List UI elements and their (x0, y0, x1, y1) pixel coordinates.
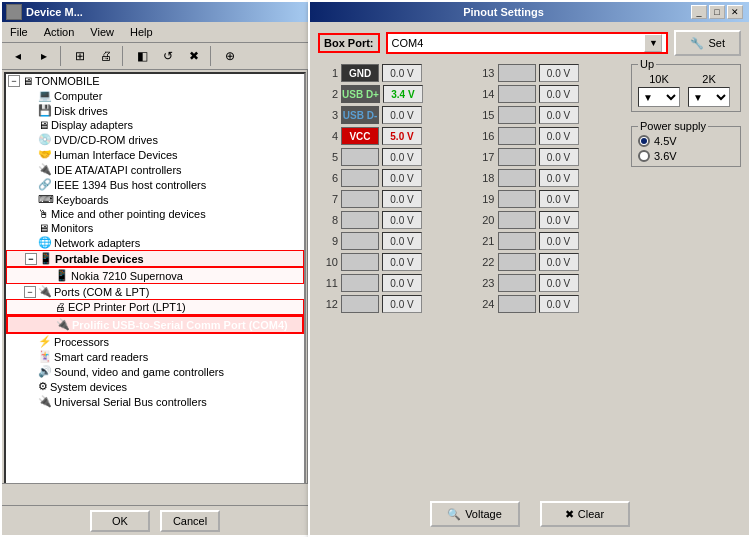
tree-item-tonmobile[interactable]: −🖥TONMOBILE (6, 74, 304, 88)
pin-row-24: 24 0.0 V (475, 295, 626, 313)
radio-4-5v-label: 4.5V (654, 135, 677, 147)
clear-icon: ✖ (565, 508, 574, 521)
tree-item-nokia7210[interactable]: 📱Nokia 7210 Supernova (6, 267, 304, 284)
menu-action[interactable]: Action (36, 24, 83, 40)
pin-label-18 (498, 169, 536, 187)
expand-tonmobile[interactable]: − (8, 75, 20, 87)
tree-label-tonmobile: TONMOBILE (35, 75, 100, 87)
up-group-title: Up (638, 58, 656, 70)
pin-num-10: 10 (318, 256, 338, 268)
pin-row-21: 21 0.0 V (475, 232, 626, 250)
box-port-label: Box Port: (318, 33, 380, 53)
tb-back[interactable]: ◂ (6, 45, 30, 67)
tb-uninstall[interactable]: ✖ (182, 45, 206, 67)
voltage-button[interactable]: 🔍 Voltage (430, 501, 520, 527)
tb-scan[interactable]: ⊕ (218, 45, 242, 67)
radio-3-6v-btn[interactable] (638, 150, 650, 162)
radio-4-5v: 4.5V (638, 135, 734, 147)
tree-item-smartcard[interactable]: 🃏Smart card readers (6, 349, 304, 364)
pin-label-4: VCC (341, 127, 379, 145)
tree-item-ieee1394[interactable]: 🔗IEEE 1394 Bus host controllers (6, 177, 304, 192)
tree-item-keyboards[interactable]: ⌨Keyboards (6, 192, 304, 207)
dialog-bottom: 🔍 Voltage ✖ Clear (318, 493, 741, 527)
close-button[interactable]: ✕ (727, 5, 743, 19)
pin-num-12: 12 (318, 298, 338, 310)
tree-item-networkadapters[interactable]: 🌐Network adapters (6, 235, 304, 250)
tree-item-sound[interactable]: 🔊Sound, video and game controllers (6, 364, 304, 379)
pin-label-3: USB D- (341, 106, 379, 124)
tb-view1[interactable]: ⊞ (68, 45, 92, 67)
device-tree[interactable]: −🖥TONMOBILE💻Computer💾Disk drives🖥Display… (4, 72, 306, 515)
tree-item-ideata[interactable]: 🔌IDE ATA/ATAPI controllers (6, 162, 304, 177)
pin-value-11: 0.0 V (382, 274, 422, 292)
tree-item-usb[interactable]: 🔌Universal Serial Bus controllers (6, 394, 304, 409)
tree-item-systemdevices[interactable]: ⚙System devices (6, 379, 304, 394)
tree-label-processors: Processors (54, 336, 109, 348)
voltage-label: Voltage (465, 508, 502, 520)
maximize-button[interactable]: □ (709, 5, 725, 19)
tree-label-networkadapters: Network adapters (54, 237, 140, 249)
pin-num-20: 20 (475, 214, 495, 226)
pin-label-1: GND (341, 64, 379, 82)
pin-num-9: 9 (318, 235, 338, 247)
combo-arrow[interactable]: ▼ (644, 34, 662, 52)
device-manager-titlebar: Device M... (2, 2, 308, 22)
pin-label-13 (498, 64, 536, 82)
cancel-button[interactable]: Cancel (160, 510, 220, 532)
tree-item-portabledevices[interactable]: −📱Portable Devices (6, 250, 304, 267)
up-row: 10K ▼ 2K ▼ (638, 73, 734, 107)
toolbar: ◂ ▸ ⊞ 🖨 ◧ ↺ ✖ ⊕ (2, 43, 308, 70)
tree-item-computer[interactable]: 💻Computer (6, 88, 304, 103)
pin-row-9: 9 0.0 V (318, 232, 469, 250)
tree-label-ideata: IDE ATA/ATAPI controllers (54, 164, 182, 176)
pin-value-5: 0.0 V (382, 148, 422, 166)
tree-label-mice: Mice and other pointing devices (51, 208, 206, 220)
expand-portabledevices[interactable]: − (25, 253, 37, 265)
tree-label-ecpprinter: ECP Printer Port (LPT1) (68, 301, 186, 313)
dialog-buttons: OK Cancel (2, 505, 308, 535)
pin-value-2: 3.4 V (383, 85, 423, 103)
tree-item-mice[interactable]: 🖱Mice and other pointing devices (6, 207, 304, 221)
tb-print[interactable]: 🖨 (94, 45, 118, 67)
pin-num-18: 18 (475, 172, 495, 184)
tree-label-usb: Universal Serial Bus controllers (54, 396, 207, 408)
tree-label-dvdcdrom: DVD/CD-ROM drives (54, 134, 158, 146)
radio-4-5v-btn[interactable] (638, 135, 650, 147)
pin-row-15: 15 0.0 V (475, 106, 626, 124)
tree-item-ecpprinter[interactable]: 🖨ECP Printer Port (LPT1) (6, 299, 304, 315)
tb-sep1 (60, 46, 64, 66)
tree-item-dvdcdrom[interactable]: 💿DVD/CD-ROM drives (6, 132, 304, 147)
menu-help[interactable]: Help (122, 24, 161, 40)
tb-properties[interactable]: ◧ (130, 45, 154, 67)
clear-button[interactable]: ✖ Clear (540, 501, 630, 527)
tb-forward[interactable]: ▸ (32, 45, 56, 67)
expand-ports[interactable]: − (24, 286, 36, 298)
tree-item-prolific[interactable]: 🔌Prolific USB-to-Serial Comm Port (COM4) (6, 315, 304, 334)
statusbar (2, 483, 308, 505)
pin-num-1: 1 (318, 67, 338, 79)
minimize-button[interactable]: _ (691, 5, 707, 19)
tree-item-ports[interactable]: −🔌Ports (COM & LPT) (6, 284, 304, 299)
tb-update[interactable]: ↺ (156, 45, 180, 67)
box-port-combo[interactable]: COM4 ▼ (386, 32, 669, 54)
tree-item-diskdrives[interactable]: 💾Disk drives (6, 103, 304, 118)
pin-num-17: 17 (475, 151, 495, 163)
pin-value-1: 0.0 V (382, 64, 422, 82)
tree-label-portabledevices: Portable Devices (55, 253, 144, 265)
radio-3-6v: 3.6V (638, 150, 734, 162)
pin-row-13: 13 0.0 V (475, 64, 626, 82)
tree-item-monitors[interactable]: 🖥Monitors (6, 221, 304, 235)
pin-row-19: 19 0.0 V (475, 190, 626, 208)
ok-button[interactable]: OK (90, 510, 150, 532)
menu-file[interactable]: File (2, 24, 36, 40)
pin-value-7: 0.0 V (382, 190, 422, 208)
tree-item-humaninterface[interactable]: 🤝Human Interface Devices (6, 147, 304, 162)
tree-item-displayadapters[interactable]: 🖥Display adapters (6, 118, 304, 132)
tree-item-processors[interactable]: ⚡Processors (6, 334, 304, 349)
set-button[interactable]: 🔧 Set (674, 30, 741, 56)
up-2k-select[interactable]: ▼ (688, 87, 730, 107)
tree-label-displayadapters: Display adapters (51, 119, 133, 131)
pin-label-17 (498, 148, 536, 166)
menu-view[interactable]: View (82, 24, 122, 40)
up-10k-select[interactable]: ▼ (638, 87, 680, 107)
